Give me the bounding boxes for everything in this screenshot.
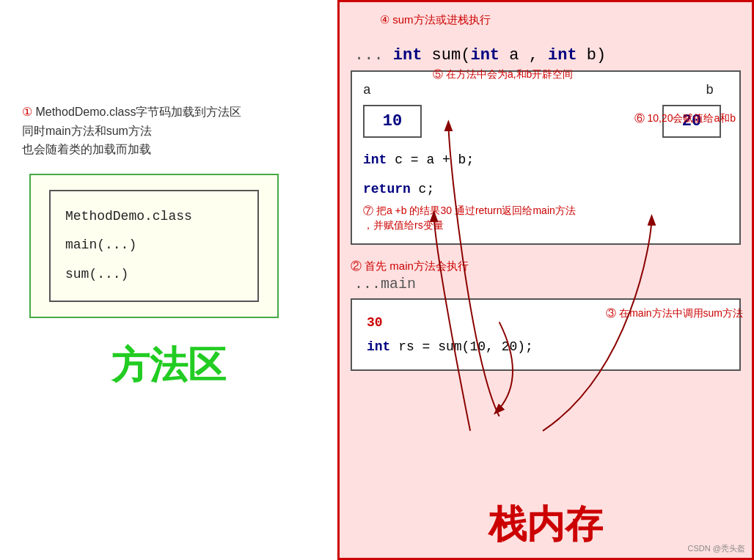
annotation-2: ② 首先 main方法会执行 [351, 259, 741, 273]
annotation-6: ⑥ 10,20会赋值给a和b [634, 112, 736, 125]
annotation-3: ③ 在main方法中调用sum方法 [606, 307, 743, 320]
main-container: ① MethodDemo.class字节码加载到方法区 同时main方法和sum… [0, 0, 754, 560]
sum-code: int c = a + b; return c; [363, 147, 728, 202]
main-section: ② 首先 main方法会执行 ...main ③ 在main方法中调用sum方法… [351, 259, 741, 371]
ab-label-row: a b [363, 83, 728, 97]
sum-box: ⑤ 在方法中会为a,和b开辟空间 ⑥ 10,20会赋值给a和b a b 10 2… [351, 70, 741, 245]
sum-signature: ... int sum(int a , int b) [351, 46, 741, 65]
annotation-1: ① MethodDemo.class字节码加载到方法区 同时main方法和sum… [22, 103, 315, 159]
right-panel: ④ sum方法或进栈执行 ... int sum(int a , int b) … [337, 0, 754, 560]
sum-code-line1: int c = a + b; [363, 147, 728, 173]
left-panel: ① MethodDemo.class字节码加载到方法区 同时main方法和sum… [0, 0, 337, 560]
annotation-1-num: ① [22, 106, 32, 118]
annotation-5: ⑤ 在方法中会为a,和b开辟空间 [433, 68, 573, 81]
class-box-inner: MethodDemo.class main(...) sum(...) [49, 190, 259, 302]
main-signature: ...main [351, 276, 741, 292]
a-label: a [363, 83, 371, 97]
rs-value: 30 [367, 315, 383, 330]
class-main: main(...) [65, 231, 243, 260]
annotation-4: ④ sum方法或进栈执行 [380, 13, 491, 27]
watermark: CSDN @秃头盔 [688, 543, 745, 554]
sum-section: ④ sum方法或进栈执行 ... int sum(int a , int b) … [351, 46, 741, 245]
sum-code-line2: return c; [363, 176, 728, 202]
method-area-title: 方法区 [22, 340, 315, 391]
annotation-7: ⑦ 把a +b 的结果30 通过return返回给main方法 ，并赋值给rs变… [363, 204, 728, 232]
class-name: MethodDemo.class [65, 202, 243, 232]
class-sum: sum(...) [65, 260, 243, 290]
b-label: b [706, 83, 714, 97]
a-value-box: 10 [363, 105, 422, 138]
main-box: ③ 在main方法中调用sum方法 30 int rs = sum(10, 20… [351, 298, 741, 371]
class-box-outer: MethodDemo.class main(...) sum(...) [29, 174, 279, 318]
